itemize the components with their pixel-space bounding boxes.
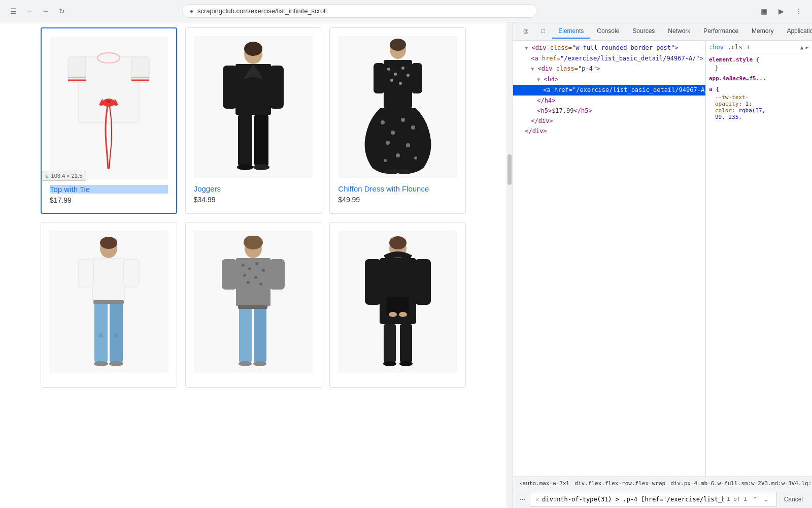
html-line-5-selected[interactable]: <a href="/exercise/list_basic_detail/949… xyxy=(513,85,705,96)
breadcrumb-item-1[interactable]: ‹auto.max-w-7xl xyxy=(517,480,571,487)
svg-point-31 xyxy=(381,120,385,124)
reload-button[interactable]: ↻ xyxy=(55,4,69,18)
html-line-3[interactable]: ▼ <div class="p-4"> xyxy=(513,64,705,74)
svg-point-21 xyxy=(390,39,406,51)
product-card-patterned xyxy=(185,222,322,388)
forward-button[interactable]: → xyxy=(39,4,53,18)
svg-rect-22 xyxy=(374,63,385,93)
back-button[interactable]: ← xyxy=(22,4,37,18)
styles-icon-1[interactable]: ▲ xyxy=(800,44,804,51)
tab-sources[interactable]: Sources xyxy=(626,24,661,39)
styles-cls-tab[interactable]: .cls xyxy=(728,44,742,51)
next-match-button[interactable]: ⌄ xyxy=(761,494,771,504)
svg-point-37 xyxy=(396,153,400,157)
svg-rect-75 xyxy=(387,297,409,314)
svg-rect-48 xyxy=(110,301,123,362)
svg-point-36 xyxy=(406,143,410,147)
breadcrumb-item-3[interactable]: div.px-4.mb-6.w-full.sm:w-2V3.md:w-3V4.l… xyxy=(668,480,812,487)
svg-point-58 xyxy=(248,267,251,270)
svg-rect-1 xyxy=(68,57,86,82)
cancel-button[interactable]: Cancel xyxy=(781,495,806,504)
html-line-9[interactable]: </div> xyxy=(513,126,705,136)
tab-memory[interactable]: Memory xyxy=(746,24,780,39)
collapse-arrow-3[interactable]: ▼ xyxy=(531,66,534,72)
svg-point-33 xyxy=(401,118,405,122)
tab-console[interactable]: Console xyxy=(591,24,625,39)
svg-point-25 xyxy=(387,68,390,71)
svg-rect-17 xyxy=(254,115,268,166)
product-name-chiffon[interactable]: Chiffon Dress with Flounce xyxy=(338,184,457,193)
console-input-container[interactable]: ✕ 1 of 1 ⌃ ⌄ xyxy=(530,492,777,507)
page-content: a 103.4 × 21.5 Top with Tie $17.99 xyxy=(0,22,506,508)
product-name-joggers[interactable]: Joggers xyxy=(194,184,313,193)
svg-point-51 xyxy=(109,361,123,366)
devtools-content: ▼ <div class="w-full rounded border post… xyxy=(513,41,812,477)
svg-point-63 xyxy=(247,281,250,284)
devtools-tabs: ◎ □ Elements Console Sources Network Per… xyxy=(513,22,812,41)
scrollbar-track[interactable] xyxy=(506,22,513,508)
svg-point-77 xyxy=(399,312,407,317)
html-line-7[interactable]: <h5>$17.99</h5> xyxy=(513,106,705,116)
svg-rect-2 xyxy=(131,57,149,82)
product-svg-joggers xyxy=(213,41,294,173)
tab-performance[interactable]: Performance xyxy=(697,24,745,39)
clear-icon[interactable]: ✕ xyxy=(535,496,539,503)
prev-match-button[interactable]: ⌃ xyxy=(750,494,760,504)
menu-button[interactable]: ⋮ xyxy=(792,4,806,18)
collapse-arrow[interactable]: ▼ xyxy=(525,45,528,51)
css-element-style: element.style { } xyxy=(709,56,809,71)
svg-point-30 xyxy=(399,82,402,85)
svg-point-27 xyxy=(401,67,404,70)
page-count: 1 of 1 xyxy=(727,496,747,502)
product-info-chiffon: Chiffon Dress with Flounce $49.99 xyxy=(338,184,457,204)
product-name-top-with-tie[interactable]: Top with Tie xyxy=(50,185,168,194)
tab-network[interactable]: Network xyxy=(662,24,696,39)
tab-elements[interactable]: Elements xyxy=(552,24,590,39)
styles-hov-tab[interactable]: :hov xyxy=(709,44,724,51)
svg-point-26 xyxy=(394,73,397,76)
svg-rect-14 xyxy=(269,66,284,109)
svg-point-19 xyxy=(253,164,269,170)
styles-icon-2[interactable]: ► xyxy=(805,44,809,51)
collapse-arrow-4[interactable]: ▼ xyxy=(537,77,540,82)
svg-point-64 xyxy=(259,282,262,285)
svg-rect-23 xyxy=(411,63,422,93)
svg-point-38 xyxy=(384,159,387,162)
product-svg-top-with-tie xyxy=(63,42,154,174)
svg-rect-44 xyxy=(92,258,125,301)
selector-input-field[interactable] xyxy=(542,496,724,503)
html-line-2[interactable]: <a href="/exercise/list_basic_detail/949… xyxy=(513,53,705,64)
address-bar[interactable]: ● scrapingclub.com/exercise/list_infinit… xyxy=(182,4,537,18)
styles-add-tab[interactable]: + xyxy=(747,44,750,51)
styles-panel: :hov .cls + ▲ ► element.style { } app.4a… xyxy=(705,41,812,477)
selector-input-bar: ⋯ ✕ 1 of 1 ⌃ ⌄ Cancel xyxy=(513,490,812,508)
html-line-6[interactable]: </h4> xyxy=(513,96,705,106)
browser-chrome: ☰ ← → ↻ ● scrapingclub.com/exercise/list… xyxy=(0,0,812,22)
devtools-icon-inspector[interactable]: □ xyxy=(535,24,551,39)
styles-panel-tabs: :hov .cls + ▲ ► xyxy=(709,44,809,53)
devtools-icon-selector[interactable]: ◎ xyxy=(517,24,534,39)
extensions-button[interactable]: ▣ xyxy=(757,4,771,18)
nav-buttons: ☰ ← → ↻ xyxy=(6,4,69,18)
html-line-1[interactable]: ▼ <div class="w-full rounded border post… xyxy=(513,43,705,53)
profile-button[interactable]: ▶ xyxy=(774,4,789,18)
tab-application[interactable]: Application xyxy=(781,24,812,39)
elements-html-panel[interactable]: ▼ <div class="w-full rounded border post… xyxy=(513,41,705,477)
element-dimensions: 103.4 × 21.5 xyxy=(51,173,82,179)
svg-point-11 xyxy=(244,42,262,56)
product-svg-chiffon xyxy=(357,39,438,176)
breadcrumb-item-2[interactable]: div.flex.flex-row.flex-wrap xyxy=(572,480,667,487)
product-svg-hoodie xyxy=(357,236,438,368)
product-image-patterned xyxy=(194,231,313,373)
html-line-8[interactable]: </div> xyxy=(513,116,705,126)
product-price-chiffon: $49.99 xyxy=(338,196,360,204)
html-line-4[interactable]: ▼ <h4> xyxy=(513,74,705,85)
main-content: a 103.4 × 21.5 Top with Tie $17.99 xyxy=(0,22,812,508)
scrollbar-thumb[interactable] xyxy=(507,154,512,185)
svg-point-40 xyxy=(385,169,399,174)
svg-point-53 xyxy=(244,236,263,249)
svg-point-71 xyxy=(389,236,407,249)
svg-point-32 xyxy=(391,131,395,135)
sidebar-toggle-button[interactable]: ☰ xyxy=(6,4,20,18)
svg-rect-66 xyxy=(254,306,266,362)
